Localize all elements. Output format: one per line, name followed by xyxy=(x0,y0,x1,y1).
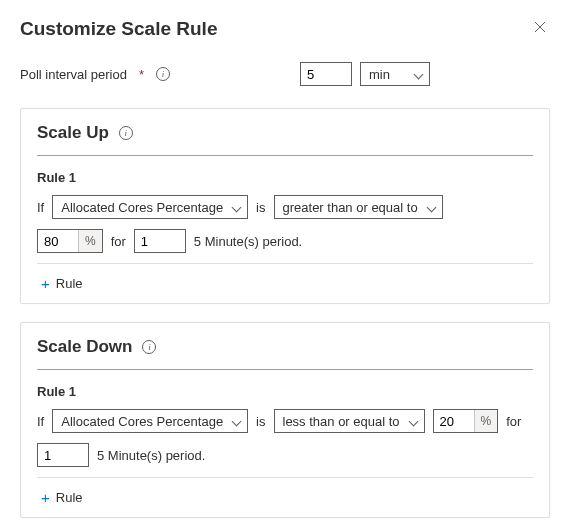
is-label: is xyxy=(256,200,265,215)
chevron-down-icon xyxy=(233,203,241,211)
info-icon[interactable]: i xyxy=(119,126,133,140)
scale-up-title: Scale Up xyxy=(37,123,109,143)
chevron-down-icon xyxy=(233,417,241,425)
percent-suffix: % xyxy=(78,230,102,252)
add-scale-down-rule-button[interactable]: + Rule xyxy=(37,488,87,507)
scale-up-operator-select[interactable]: greater than or equal to xyxy=(274,195,443,219)
plus-icon: + xyxy=(41,490,50,505)
scale-down-threshold-field[interactable]: % xyxy=(433,409,499,433)
chevron-down-icon xyxy=(415,70,423,78)
scale-down-metric-value: Allocated Cores Percentage xyxy=(61,414,223,429)
scale-down-threshold-input[interactable] xyxy=(434,410,474,432)
scale-up-metric-value: Allocated Cores Percentage xyxy=(61,200,223,215)
page-title: Customize Scale Rule xyxy=(20,18,217,40)
scale-up-rule-name: Rule 1 xyxy=(37,170,533,185)
scale-up-metric-select[interactable]: Allocated Cores Percentage xyxy=(52,195,248,219)
period-suffix-label: 5 Minute(s) period. xyxy=(97,448,205,463)
info-icon[interactable]: i xyxy=(156,67,170,81)
poll-interval-label: Poll interval period xyxy=(20,67,127,82)
poll-unit-value: min xyxy=(369,67,390,82)
plus-icon: + xyxy=(41,276,50,291)
scale-up-card: Scale Up i Rule 1 If Allocated Cores Per… xyxy=(20,108,550,304)
info-icon[interactable]: i xyxy=(142,340,156,354)
is-label: is xyxy=(256,414,265,429)
scale-up-threshold-input[interactable] xyxy=(38,230,78,252)
add-scale-up-rule-button[interactable]: + Rule xyxy=(37,274,87,293)
percent-suffix: % xyxy=(474,410,498,432)
add-rule-label: Rule xyxy=(56,490,83,505)
required-indicator: * xyxy=(139,67,144,82)
scale-down-metric-select[interactable]: Allocated Cores Percentage xyxy=(52,409,248,433)
for-label: for xyxy=(506,414,521,429)
scale-down-operator-select[interactable]: less than or equal to xyxy=(274,409,425,433)
scale-down-periods-input[interactable] xyxy=(37,443,89,467)
period-suffix-label: 5 Minute(s) period. xyxy=(194,234,302,249)
chevron-down-icon xyxy=(410,417,418,425)
poll-unit-select[interactable]: min xyxy=(360,62,430,86)
close-button[interactable] xyxy=(530,18,550,37)
scale-up-operator-value: greater than or equal to xyxy=(283,200,418,215)
close-icon xyxy=(534,21,546,33)
scale-down-operator-value: less than or equal to xyxy=(283,414,400,429)
for-label: for xyxy=(111,234,126,249)
poll-interval-input[interactable] xyxy=(300,62,352,86)
scale-up-periods-input[interactable] xyxy=(134,229,186,253)
add-rule-label: Rule xyxy=(56,276,83,291)
scale-down-rule-name: Rule 1 xyxy=(37,384,533,399)
scale-up-threshold-field[interactable]: % xyxy=(37,229,103,253)
scale-down-title: Scale Down xyxy=(37,337,132,357)
if-label: If xyxy=(37,414,44,429)
if-label: If xyxy=(37,200,44,215)
scale-down-card: Scale Down i Rule 1 If Allocated Cores P… xyxy=(20,322,550,518)
chevron-down-icon xyxy=(428,203,436,211)
